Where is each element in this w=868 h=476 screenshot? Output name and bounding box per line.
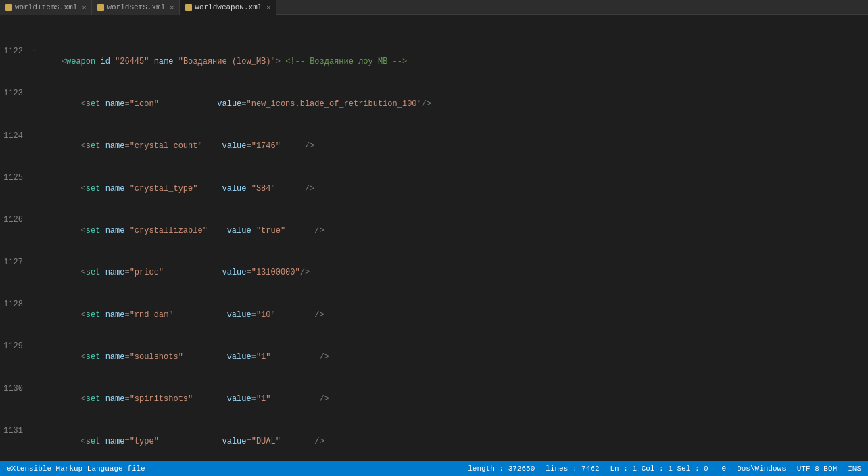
status-right: length : 372650 lines : 7462 Ln : 1 Col … [468,465,861,473]
code-content[interactable]: 1122 − <weapon id="26445" name="Воздаяни… [0,15,868,461]
code-line-1126: 1126 <set name="crystallizable" value="t… [3,215,868,226]
code-line-1125: 1125 <set name="crystal_type" value="S84… [3,173,868,184]
code-line-1122: 1122 − <weapon id="26445" name="Воздаяни… [3,47,868,57]
status-bar: eXtensible Markup Language file length :… [0,461,868,476]
tab-label: WorldItemS.xml [15,3,77,11]
cursor-label: Ln : 1 Col : 1 Sel : 0 | 0 [610,465,727,473]
tab-label: WorldWeapoN.xml [195,3,262,11]
ins-label: INS [848,465,861,473]
tab-close[interactable]: ✕ [170,3,174,11]
tab-icon [97,4,104,11]
tab-worlditems[interactable]: WorldItemS.xml ✕ [0,0,92,15]
code-line-1128: 1128 <set name="rnd_dam" value="10" /> [3,300,868,310]
fold-1122[interactable]: − [30,47,39,57]
tab-close[interactable]: ✕ [82,3,86,11]
status-left: eXtensible Markup Language file [7,465,145,473]
eol-label: Dos\Windows [737,465,786,473]
tab-worldsets[interactable]: WorldSetS.xml ✕ [92,0,180,15]
tab-label: WorldSetS.xml [107,3,165,11]
editor: 1122 − <weapon id="26445" name="Воздаяни… [0,15,868,461]
tab-close[interactable]: ✕ [266,3,270,11]
tab-icon [185,4,192,11]
code-line-1130: 1130 <set name="spiritshots" value="1" /… [3,384,868,395]
code-line-1129: 1129 <set name="soulshots" value="1" /> [3,341,868,352]
file-type-label: eXtensible Markup Language file [7,465,145,473]
code-line-1124: 1124 <set name="crystal_count" value="17… [3,131,868,142]
code-line-1123: 1123 <set name="icon" value="new_icons.b… [3,89,868,99]
lines-label: lines : 7462 [546,465,599,473]
tab-icon [5,4,12,11]
code-line-1131: 1131 <set name="type" value="DUAL" /> [3,426,868,437]
length-label: length : 372650 [468,465,535,473]
code-line-1127: 1127 <set name="price" value="13100000"/… [3,258,868,268]
encoding-label: UTF-8-BOM [797,465,837,473]
tab-bar: WorldItemS.xml ✕ WorldSetS.xml ✕ WorldWe… [0,0,868,15]
tab-worldweapon[interactable]: WorldWeapoN.xml ✕ [180,0,276,15]
